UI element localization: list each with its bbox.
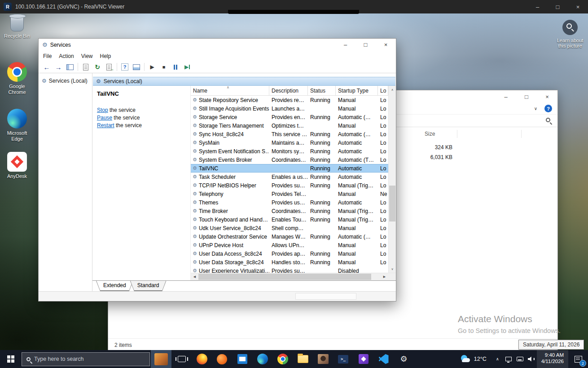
restart-service-button[interactable]: ▶ [182, 62, 193, 72]
tray-overflow-button[interactable]: ∧ [492, 350, 503, 368]
explorer-close-button[interactable]: × [537, 90, 557, 103]
service-row[interactable]: ⚙System Events BrokerCoordinates…Running… [191, 155, 388, 164]
service-row[interactable]: ⚙TelephonyProvides Tel…ManualNe [191, 190, 388, 198]
explorer-maximize-button[interactable]: □ [516, 90, 537, 103]
weather-widget[interactable]: 12°C [455, 350, 492, 368]
taskbar-chrome-button[interactable] [272, 350, 293, 368]
menu-file[interactable]: File [39, 52, 55, 60]
vertical-scrollbar[interactable]: ∧ ∨ [388, 86, 396, 273]
pane-header-services-local[interactable]: ⚙ Services (Local) [93, 77, 395, 86]
menu-help[interactable]: Help [97, 52, 115, 60]
column-header-logon[interactable]: Lo [378, 86, 388, 95]
tray-volume-button[interactable] [526, 350, 537, 368]
services-close-button[interactable]: × [376, 39, 396, 51]
refresh-button[interactable]: ↻ [92, 62, 103, 72]
service-row[interactable]: ⚙UPnP Device HostAllows UPn…ManualLo [191, 241, 388, 249]
vnc-minimize-button[interactable]: – [527, 0, 548, 13]
scroll-down-button[interactable]: ∨ [389, 265, 396, 273]
service-row[interactable]: ⚙State Repository ServiceProvides re…Run… [191, 96, 388, 104]
service-row[interactable]: ⚙Touch Keyboard and Hand…Enables Tou…Run… [191, 215, 388, 224]
size-column-header[interactable]: Size [425, 131, 435, 137]
horizontal-scrollbar[interactable]: ◀ ▶ [191, 273, 388, 280]
taskbar-orange-app-button[interactable] [212, 350, 232, 368]
service-row[interactable]: ⚙Update Orchestrator ServiceManages W…Ru… [191, 232, 388, 241]
service-row[interactable]: ⚙User Data Storage_8c8c24Handles sto…Run… [191, 258, 388, 266]
service-row[interactable]: ⚙User Experience Virtualizati…Provides s… [191, 266, 388, 273]
service-row[interactable]: ⚙TCP/IP NetBIOS HelperProvides su…Runnin… [191, 181, 388, 190]
vnc-close-button[interactable]: × [568, 0, 588, 13]
taskbar-firefox-button[interactable] [192, 350, 212, 368]
search-input[interactable] [34, 356, 128, 362]
service-row[interactable]: ⚙TailVNCRunningAutomaticLo [191, 164, 388, 173]
horizontal-scroll-thumb[interactable] [198, 274, 371, 280]
learn-about-picture-button[interactable]: Learn about this picture [553, 20, 587, 49]
taskbar-search-box[interactable] [22, 352, 150, 366]
search-highlight-button[interactable] [151, 350, 171, 368]
start-button[interactable] [0, 350, 22, 368]
vertical-scroll-thumb[interactable] [389, 186, 395, 222]
taskbar-edge-button[interactable] [252, 350, 272, 368]
export-list-button[interactable]: → [104, 62, 114, 72]
service-row[interactable]: ⚙System Event Notification S…Monitors sy… [191, 147, 388, 155]
taskbar-terminal-button[interactable]: >_ [333, 350, 353, 368]
menu-action[interactable]: Action [55, 52, 77, 60]
stop-service-button[interactable]: ■ [158, 62, 169, 72]
vnc-maximize-button[interactable]: □ [548, 0, 568, 13]
service-row[interactable]: ⚙ThemesProvides us…RunningAutomaticLo [191, 198, 388, 207]
tab-standard[interactable]: Standard [130, 281, 167, 291]
taskbar-mail-app-button[interactable] [232, 350, 252, 368]
ribbon-expand-chevron-icon[interactable]: ∨ [534, 106, 537, 111]
column-header-name[interactable]: Name∧ [191, 86, 269, 95]
taskbar-photos-button[interactable] [313, 350, 333, 368]
taskbar-clock[interactable]: 9:40 AM 4/11/2026 [537, 350, 568, 368]
service-row[interactable]: ⚙Storage Tiers ManagementOptimizes t…Man… [191, 121, 388, 130]
taskbar-purple-app-button[interactable] [353, 350, 373, 368]
stop-service-link[interactable]: Stop the service [97, 107, 187, 113]
taskbar-vscode-button[interactable] [373, 350, 394, 368]
column-header-description[interactable]: Description [269, 86, 308, 95]
services-minimize-button[interactable]: – [335, 39, 355, 51]
service-row[interactable]: ⚙SysMainMaintains a…RunningAutomaticLo [191, 138, 388, 147]
forward-button[interactable]: → [53, 62, 64, 72]
tray-keyboard-button[interactable] [514, 350, 526, 368]
explorer-minimize-button[interactable]: – [496, 90, 516, 103]
taskbar-settings-button[interactable]: ⚙ [394, 350, 414, 368]
scroll-up-button[interactable]: ∧ [389, 86, 396, 93]
task-view-button[interactable] [171, 350, 192, 368]
chrome-icon [7, 62, 27, 82]
service-row[interactable]: ⚙Storage ServiceProvides en…RunningAutom… [191, 113, 388, 121]
explorer-help-button[interactable]: ? [544, 105, 552, 112]
column-header-startup-type[interactable]: Startup Type [336, 86, 378, 95]
services-titlebar[interactable]: ⚙ Services – □ × [39, 39, 396, 51]
extended-view-button[interactable] [131, 62, 142, 72]
desktop-icon-anydesk[interactable]: AnyDesk [0, 152, 34, 179]
pause-service-link[interactable]: Pause the service [97, 115, 187, 121]
menu-view[interactable]: View [78, 52, 97, 60]
taskbar-file-explorer-button[interactable] [293, 350, 313, 368]
service-row[interactable]: ⚙Still Image Acquisition EventsLaunches … [191, 104, 388, 113]
service-row[interactable]: ⚙User Data Access_8c8c24Provides ap…Runn… [191, 249, 388, 258]
restart-service-link[interactable]: Restart the service [97, 122, 187, 129]
scroll-right-button[interactable]: ▶ [381, 273, 388, 281]
vnc-connection-toolbar[interactable] [228, 10, 359, 14]
desktop-icon-google-chrome[interactable]: Google Chrome [0, 62, 34, 95]
tree-item-services-local[interactable]: ⚙ Services (Local) [39, 78, 92, 84]
action-center-button[interactable]: 2 [568, 350, 588, 368]
show-hide-console-tree-button[interactable] [65, 62, 75, 72]
service-row[interactable]: ⚙Sync Host_8c8c24This service …RunningAu… [191, 130, 388, 138]
help-button[interactable]: ? [119, 62, 130, 72]
column-header-status[interactable]: Status [308, 86, 336, 95]
properties-button[interactable] [80, 62, 91, 72]
desktop-icon-recycle-bin[interactable]: Recycle Bin [0, 15, 34, 39]
tray-display-button[interactable] [503, 350, 514, 368]
services-maximize-button[interactable]: □ [355, 39, 376, 51]
desktop-icon-microsoft-edge[interactable]: Microsoft Edge [0, 109, 34, 142]
service-row[interactable]: ⚙Task SchedulerEnables a us…RunningAutom… [191, 173, 388, 181]
start-service-button[interactable]: ▶ [147, 62, 158, 72]
back-button[interactable]: ← [41, 62, 52, 72]
service-row[interactable]: ⚙Time BrokerCoordinates…RunningManual (T… [191, 207, 388, 215]
service-row[interactable]: ⚙Udk User Service_8c8c24Shell comp…Manua… [191, 224, 388, 232]
scroll-left-button[interactable]: ◀ [191, 273, 198, 281]
pause-service-button[interactable] [170, 62, 181, 72]
tab-extended[interactable]: Extended [96, 281, 133, 291]
